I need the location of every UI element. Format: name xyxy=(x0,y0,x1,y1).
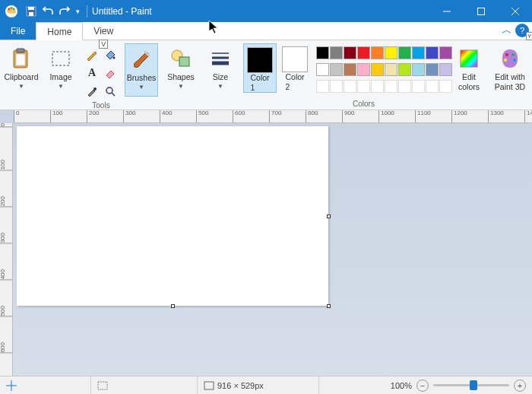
redo-icon[interactable] xyxy=(56,3,73,20)
maximize-button[interactable] xyxy=(464,0,498,22)
palette-swatch-empty[interactable] xyxy=(371,80,384,93)
edit-colors-button[interactable]: Edit colors xyxy=(454,43,484,97)
chevron-down-icon: ▼ xyxy=(18,83,24,91)
resize-handle-corner[interactable] xyxy=(327,304,331,308)
chevron-down-icon: ▼ xyxy=(138,84,144,91)
help-icon[interactable]: ? Y xyxy=(515,24,529,37)
palette-swatch[interactable] xyxy=(371,63,384,76)
magnifier-tool-icon[interactable] xyxy=(102,83,119,100)
palette-swatch[interactable] xyxy=(344,63,356,76)
window-title: Untitled - Paint xyxy=(92,6,152,17)
group-size: Size ▼ . xyxy=(202,42,239,110)
color1-swatch xyxy=(247,47,273,73)
undo-icon[interactable] xyxy=(40,3,56,20)
palette-swatch[interactable] xyxy=(426,63,439,76)
palette-swatch[interactable] xyxy=(330,63,343,76)
eraser-tool-icon[interactable] xyxy=(102,65,119,81)
palette-swatch[interactable] xyxy=(385,46,397,59)
palette-swatch-empty[interactable] xyxy=(439,80,452,93)
palette-swatch-empty[interactable] xyxy=(316,80,329,93)
palette-swatch[interactable] xyxy=(344,46,356,59)
fill-tool-icon[interactable] xyxy=(102,46,119,63)
group-label-colors: Colors xyxy=(353,98,375,110)
palette-swatch[interactable] xyxy=(371,46,384,59)
size-button[interactable]: Size ▼ xyxy=(204,43,237,97)
svg-rect-32 xyxy=(204,382,214,389)
zoom-out-button[interactable]: − xyxy=(416,380,429,392)
svg-point-27 xyxy=(513,59,516,62)
svg-line-18 xyxy=(112,93,115,96)
ribbon-tabs: File Home View V ︿ ? Y xyxy=(0,22,532,40)
group-brushes: Brushes ▼ . xyxy=(123,42,160,110)
canvas-size-display: 916 × 529px xyxy=(198,377,319,394)
horizontal-ruler: 0100200300400500600700800900100011001200… xyxy=(14,110,532,123)
tab-file[interactable]: File xyxy=(0,22,36,40)
pencil-tool-icon[interactable] xyxy=(84,46,100,63)
palette-swatch[interactable] xyxy=(398,46,411,59)
chevron-down-icon: ▼ xyxy=(217,83,223,91)
color-picker-tool-icon[interactable] xyxy=(84,83,100,100)
palette-row-2 xyxy=(316,60,452,76)
svg-rect-14 xyxy=(52,52,69,65)
image-select-button[interactable]: Image ▼ xyxy=(44,43,78,97)
resize-handle-bottom[interactable] xyxy=(171,304,175,308)
canvas-size-icon xyxy=(204,381,214,390)
svg-point-16 xyxy=(93,87,97,91)
palette-swatch-empty[interactable] xyxy=(344,80,356,93)
stroke-size-icon xyxy=(208,46,233,71)
color1-button[interactable]: Color 1 xyxy=(243,43,277,93)
group-label-tools: Tools xyxy=(92,100,109,111)
palette-swatch-empty[interactable] xyxy=(357,80,370,93)
palette-swatch[interactable] xyxy=(412,46,425,59)
palette-swatch[interactable] xyxy=(316,46,329,59)
palette-swatch-empty[interactable] xyxy=(412,80,425,93)
palette-swatch[interactable] xyxy=(439,46,452,59)
selection-icon xyxy=(97,381,108,390)
zoom-level: 100% xyxy=(391,381,412,390)
zoom-thumb[interactable] xyxy=(470,380,477,390)
palette-swatch-empty[interactable] xyxy=(330,80,343,93)
svg-rect-5 xyxy=(28,7,34,10)
collapse-ribbon-icon[interactable]: ︿ xyxy=(502,24,512,37)
minimize-button[interactable] xyxy=(429,0,464,22)
zoom-slider[interactable] xyxy=(433,384,509,386)
svg-rect-12 xyxy=(17,49,24,52)
paste-icon xyxy=(9,46,33,71)
palette-swatch[interactable] xyxy=(316,63,329,76)
paint3d-button[interactable]: Edit with Paint 3D xyxy=(490,43,530,97)
save-icon[interactable] xyxy=(23,3,40,20)
title-bar: ▾ Untitled - Paint xyxy=(0,0,532,22)
svg-point-3 xyxy=(13,8,14,9)
palette-swatch[interactable] xyxy=(439,63,452,76)
brushes-button[interactable]: Brushes ▼ xyxy=(125,43,158,97)
palette-swatch[interactable] xyxy=(357,63,370,76)
palette-swatch-empty[interactable] xyxy=(426,80,439,93)
close-button[interactable] xyxy=(498,0,532,22)
palette-swatch[interactable] xyxy=(412,63,425,76)
palette-swatch[interactable] xyxy=(357,46,370,59)
palette-swatch[interactable] xyxy=(398,63,411,76)
edit-colors-icon xyxy=(457,46,481,71)
palette-swatch[interactable] xyxy=(385,63,397,76)
group-tools: A Tools xyxy=(82,42,120,110)
paint3d-icon xyxy=(498,46,522,71)
palette-swatch-empty[interactable] xyxy=(385,80,397,93)
qat-dropdown-icon[interactable]: ▾ xyxy=(73,3,82,20)
palette-swatch-empty[interactable] xyxy=(398,80,411,93)
zoom-in-button[interactable]: + xyxy=(514,380,526,392)
resize-handle-right[interactable] xyxy=(327,214,331,218)
text-tool-icon[interactable]: A xyxy=(84,65,100,81)
canvas[interactable] xyxy=(17,126,328,306)
shapes-button[interactable]: Shapes ▼ xyxy=(164,43,198,97)
svg-point-15 xyxy=(113,57,116,59)
crosshair-icon xyxy=(6,380,17,391)
palette-swatch[interactable] xyxy=(426,46,439,59)
clipboard-button[interactable]: Clipboard ▼ xyxy=(5,43,38,97)
color2-button[interactable]: Color 2 xyxy=(278,43,312,91)
palette-swatch[interactable] xyxy=(330,46,343,59)
svg-rect-24 xyxy=(461,50,477,67)
tab-view[interactable]: View V xyxy=(83,22,124,40)
select-icon xyxy=(49,46,73,71)
svg-rect-20 xyxy=(179,57,189,66)
tab-home[interactable]: Home xyxy=(36,22,83,40)
